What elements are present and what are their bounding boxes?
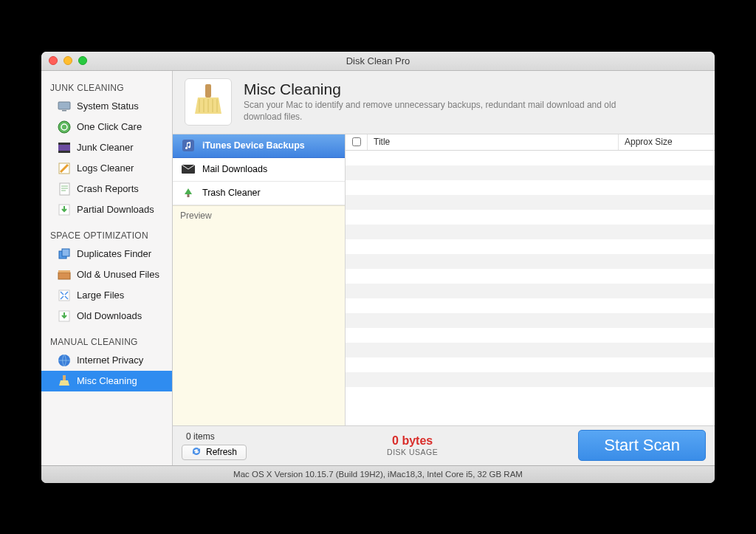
refresh-label: Refresh xyxy=(206,447,237,457)
sidebar-item-old-unused[interactable]: Old & Unused Files xyxy=(41,264,172,285)
monitor-icon xyxy=(58,100,71,113)
section-head-junk: JUNK CLEANING xyxy=(41,78,172,96)
document-icon xyxy=(58,182,71,196)
footer-left: 0 items Refresh xyxy=(182,431,247,460)
refresh-button[interactable]: Refresh xyxy=(182,445,247,460)
svg-rect-17 xyxy=(205,84,211,97)
category-label: Mail Downloads xyxy=(202,164,267,174)
svg-rect-16 xyxy=(63,375,66,380)
sidebar-item-partial-downloads[interactable]: Partial Downloads xyxy=(41,199,172,220)
table-row xyxy=(346,254,715,269)
sidebar-item-label: Old & Unused Files xyxy=(77,269,159,280)
table-row xyxy=(346,357,715,372)
category-label: Trash Cleaner xyxy=(202,188,261,198)
globe-icon xyxy=(58,354,71,367)
table-row xyxy=(346,284,715,298)
duplicates-icon xyxy=(58,247,71,261)
page-description: Scan your Mac to identify and remove unn… xyxy=(244,100,628,123)
sidebar-item-label: System Status xyxy=(77,100,139,112)
system-info: Mac OS X Version 10.15.7 (Build 19H2), i… xyxy=(233,470,523,479)
sidebar-item-system-status[interactable]: System Status xyxy=(41,96,172,117)
sidebar-item-label: Old Downloads xyxy=(77,310,142,321)
category-mail-downloads[interactable]: Mail Downloads xyxy=(173,158,345,182)
pencil-note-icon xyxy=(58,162,71,175)
preview-label: Preview xyxy=(180,210,212,221)
table-row xyxy=(346,387,715,402)
sidebar-item-junk-cleaner[interactable]: Junk Cleaner xyxy=(41,137,172,158)
page-title: Misc Cleaning xyxy=(244,81,628,98)
sidebar-item-misc-cleaning[interactable]: Misc Cleaning xyxy=(41,371,172,391)
table-row xyxy=(346,313,715,328)
sidebar-item-internet-privacy[interactable]: Internet Privacy xyxy=(41,350,172,371)
music-note-icon xyxy=(182,140,195,151)
table-row xyxy=(346,180,715,195)
expand-icon xyxy=(58,289,71,302)
content: JUNK CLEANING System Status One Click Ca… xyxy=(41,71,715,465)
footer-mid: 0 bytes DISK USAGE xyxy=(247,434,578,456)
table-row xyxy=(346,225,715,239)
footer: 0 items Refresh 0 bytes DISK USAGE Start… xyxy=(173,425,715,465)
column-title[interactable]: Title xyxy=(368,134,619,150)
select-all-checkbox[interactable] xyxy=(352,137,361,146)
start-scan-button[interactable]: Start Scan xyxy=(578,430,706,461)
sidebar-item-label: Large Files xyxy=(77,290,124,301)
box-icon xyxy=(58,268,71,281)
sidebar-item-duplicates[interactable]: Duplicates Finder xyxy=(41,244,172,264)
column-checkbox[interactable] xyxy=(346,134,368,150)
brush-icon xyxy=(58,374,71,388)
table-row xyxy=(346,195,715,210)
category-itunes-backups[interactable]: iTunes Device Backups xyxy=(173,134,345,158)
table-row xyxy=(346,298,715,313)
results-panel: Title Approx Size xyxy=(346,134,715,425)
section-head-space: SPACE OPTIMIZATION xyxy=(41,226,172,244)
sidebar-item-one-click-care[interactable]: One Click Care xyxy=(41,117,172,137)
sidebar-item-label: One Click Care xyxy=(77,121,142,132)
disk-usage-label: DISK USAGE xyxy=(247,448,578,456)
sidebar-item-label: Misc Cleaning xyxy=(77,375,137,386)
table-row xyxy=(346,239,715,254)
titlebar: Disk Clean Pro xyxy=(41,52,715,71)
sidebar: JUNK CLEANING System Status One Click Ca… xyxy=(41,71,173,465)
svg-rect-12 xyxy=(58,270,70,273)
table-header: Title Approx Size xyxy=(346,134,715,151)
app-window: Disk Clean Pro JUNK CLEANING System Stat… xyxy=(41,52,715,483)
sidebar-item-crash-reports[interactable]: Crash Reports xyxy=(41,179,172,199)
download-alt-icon xyxy=(58,309,71,323)
svg-rect-7 xyxy=(60,183,69,195)
bytes-value: 0 bytes xyxy=(247,434,578,448)
brush-large-icon xyxy=(185,78,232,126)
panels: iTunes Device Backups Mail Downloads Tra… xyxy=(173,134,715,425)
header-text: Misc Cleaning Scan your Mac to identify … xyxy=(244,81,628,123)
sidebar-item-logs-cleaner[interactable]: Logs Cleaner xyxy=(41,158,172,179)
table-row xyxy=(346,151,715,165)
statusbar: Mac OS X Version 10.15.7 (Build 19H2), i… xyxy=(41,465,715,483)
section-head-manual: MANUAL CLEANING xyxy=(41,332,172,350)
table-row xyxy=(346,372,715,387)
trash-tree-icon xyxy=(182,187,195,199)
category-label: iTunes Device Backups xyxy=(202,140,305,151)
table-body xyxy=(346,151,715,425)
sidebar-item-label: Internet Privacy xyxy=(77,355,143,366)
svg-rect-20 xyxy=(188,194,190,197)
sidebar-item-label: Duplicates Finder xyxy=(77,248,151,259)
sidebar-item-label: Logs Cleaner xyxy=(77,162,134,174)
svg-rect-1 xyxy=(62,110,66,112)
table-row xyxy=(346,269,715,284)
svg-rect-0 xyxy=(58,102,70,109)
table-row xyxy=(346,328,715,343)
table-row xyxy=(346,343,715,357)
svg-rect-18 xyxy=(182,140,194,151)
sidebar-item-large-files[interactable]: Large Files xyxy=(41,285,172,306)
items-count: 0 items xyxy=(182,431,247,442)
film-icon xyxy=(58,141,71,154)
category-trash-cleaner[interactable]: Trash Cleaner xyxy=(173,182,345,205)
svg-rect-5 xyxy=(58,151,70,153)
download-icon xyxy=(58,203,71,216)
sidebar-item-old-downloads[interactable]: Old Downloads xyxy=(41,306,172,326)
window-title: Disk Clean Pro xyxy=(41,55,715,66)
column-size[interactable]: Approx Size xyxy=(619,134,715,150)
refresh-icon xyxy=(191,447,202,458)
preview-panel: Preview xyxy=(173,205,345,425)
mail-icon xyxy=(182,163,195,175)
svg-rect-11 xyxy=(58,273,70,279)
